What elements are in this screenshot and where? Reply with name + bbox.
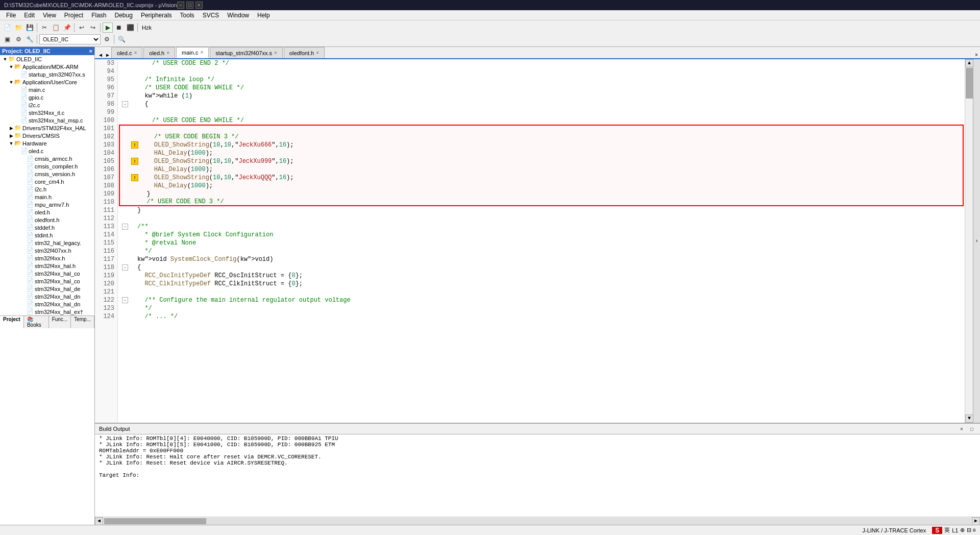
- code-line-115[interactable]: * @retval None: [118, 239, 965, 247]
- code-line-122[interactable]: − /** Configure the main internal regula…: [118, 296, 965, 304]
- tree-item-stm32f4xx-hal-de[interactable]: 📄stm32f4xx_hal_de: [0, 285, 94, 293]
- code-line-106[interactable]: HAL_Delay(1000);: [119, 165, 964, 174]
- menu-item-help[interactable]: Help: [253, 11, 274, 20]
- scroll-up-arrow[interactable]: ▲: [965, 59, 973, 67]
- new-button[interactable]: 📄: [2, 22, 12, 33]
- tb2-btn1[interactable]: ▣: [2, 34, 12, 44]
- collapse-button-98[interactable]: −: [122, 101, 128, 107]
- tab-oledfont-h[interactable]: oledfont.h×: [284, 47, 325, 58]
- tb2-btn3[interactable]: 🔧: [24, 34, 35, 44]
- code-line-119[interactable]: RCC_OscInitTypeDef RCC_OscInitStruct = {…: [118, 272, 965, 280]
- code-line-101[interactable]: [119, 125, 964, 133]
- tab-close-0[interactable]: ×: [134, 50, 137, 56]
- search-button[interactable]: 🔍: [116, 34, 127, 44]
- tree-item-stm32f407xx-h[interactable]: 📄stm32f407xx.h: [0, 247, 94, 254]
- sidebar-tab-project[interactable]: Project: [0, 316, 24, 328]
- sidebar-tab-func[interactable]: Func...: [49, 316, 71, 328]
- undo-button[interactable]: ↩: [77, 22, 87, 33]
- tree-item-stm32f4xx-h[interactable]: 📄stm32f4xx.h: [0, 254, 94, 262]
- tree-item-stm32f4xx-hal-msp-c[interactable]: 📄stm32f4xx_hal_msp.c: [0, 116, 94, 124]
- vertical-scrollbar[interactable]: ▲ ▼: [965, 59, 973, 423]
- code-line-99[interactable]: [118, 108, 965, 116]
- save-button[interactable]: 💾: [24, 22, 35, 33]
- right-panel-toggle[interactable]: ›: [973, 59, 980, 423]
- tree-item-i2c-h[interactable]: 📄i2c.h: [0, 185, 94, 193]
- tree-item-drivers-stm32f4xx-hal[interactable]: ▶📁Drivers/STM32F4xx_HAL: [0, 124, 94, 132]
- code-line-111[interactable]: }: [118, 206, 965, 214]
- code-line-109[interactable]: }: [119, 190, 964, 198]
- scroll-thumb[interactable]: [966, 68, 973, 99]
- code-line-100[interactable]: /* USER CODE END WHILE */: [118, 116, 965, 125]
- tab-oled-h[interactable]: oled.h×: [143, 47, 175, 58]
- tree-item-main-c[interactable]: 📄main.c: [0, 86, 94, 93]
- menu-item-view[interactable]: View: [39, 11, 60, 20]
- code-line-96[interactable]: /* USER CODE BEGIN WHILE */: [118, 84, 965, 92]
- collapse-button-113[interactable]: −: [122, 224, 128, 230]
- tree-item-oled-h[interactable]: 📄oled.h: [0, 208, 94, 216]
- tree-item-gpio-c[interactable]: 📄gpio.c: [0, 93, 94, 101]
- tab-oled-c[interactable]: oled.c×: [111, 47, 142, 58]
- cut-button[interactable]: ✂: [39, 22, 50, 33]
- close-button[interactable]: ×: [195, 2, 203, 9]
- code-line-105[interactable]: ! OLED_ShowString(10,10,"JeckXu999",16);: [119, 157, 964, 165]
- build-output-close-button[interactable]: ×: [958, 425, 966, 433]
- code-line-118[interactable]: −{: [118, 263, 965, 272]
- build-output-content[interactable]: * JLink Info: ROMTbl[0][4]: E0040000, CI…: [95, 434, 980, 517]
- tab-scroll-right[interactable]: ▶: [104, 52, 111, 58]
- tab-scroll-left[interactable]: ◀: [97, 52, 104, 58]
- code-line-113[interactable]: −/**: [118, 223, 965, 231]
- code-line-123[interactable]: */: [118, 304, 965, 312]
- tree-item-stm32f4xx-hal-dn[interactable]: 📄stm32f4xx_hal_dn: [0, 293, 94, 300]
- code-line-104[interactable]: HAL_Delay(1000);: [119, 149, 964, 157]
- h-scroll-track[interactable]: [104, 518, 971, 525]
- open-button[interactable]: 📁: [13, 22, 23, 33]
- code-line-97[interactable]: kw">while (1): [118, 92, 965, 100]
- collapse-button-122[interactable]: −: [122, 297, 128, 303]
- code-line-116[interactable]: */: [118, 247, 965, 255]
- collapse-button-118[interactable]: −: [122, 264, 128, 271]
- sidebar-tab-books[interactable]: 📚 Books: [24, 316, 49, 328]
- tree-item-main-h[interactable]: 📄main.h: [0, 193, 94, 201]
- tree-item-oled-iic[interactable]: ▼📁OLED_IIC: [0, 55, 94, 63]
- code-line-110[interactable]: /* USER CODE END 3 */: [119, 198, 964, 206]
- code-line-112[interactable]: [118, 214, 965, 223]
- tree-item-i2c-c[interactable]: 📄i2c.c: [0, 101, 94, 109]
- tree-item-cmsis-version-h[interactable]: 📄cmsis_version.h: [0, 170, 94, 178]
- tree-item-cmsis-armcc-h[interactable]: 📄cmsis_armcc.h: [0, 155, 94, 162]
- build-button[interactable]: ▶: [103, 22, 113, 33]
- tab-close-1[interactable]: ×: [166, 50, 169, 56]
- build-output-expand-button[interactable]: □: [968, 425, 976, 433]
- horizontal-scrollbar[interactable]: ◀ ▶: [95, 517, 980, 525]
- code-line-108[interactable]: HAL_Delay(1000);: [119, 182, 964, 190]
- tree-item-application-mdk-arm[interactable]: ▼📂Application/MDK-ARM: [0, 63, 94, 70]
- stop-button[interactable]: ⏹: [114, 22, 124, 33]
- menu-item-window[interactable]: Window: [223, 11, 253, 20]
- code-line-124[interactable]: /* ... */: [118, 312, 965, 321]
- menu-item-svcs[interactable]: SVCS: [199, 11, 224, 20]
- code-line-114[interactable]: * @brief System Clock Configuration: [118, 231, 965, 239]
- tree-item-mpu-armv7-h[interactable]: 📄mpu_armv7.h: [0, 201, 94, 208]
- tab-main-c[interactable]: main.c×: [176, 47, 209, 58]
- scroll-down-arrow[interactable]: ▼: [965, 415, 973, 423]
- close-all-tabs-button[interactable]: ×: [973, 53, 980, 58]
- sidebar-tab-temp[interactable]: Temp...: [71, 316, 94, 328]
- tree-item-stm32-hal-legacy-[interactable]: 📄stm32_hal_legacy.: [0, 239, 94, 247]
- tree-item-stm32f4xx-hal-h[interactable]: 📄stm32f4xx_hal.h: [0, 262, 94, 270]
- tree-item-drivers-cmsis[interactable]: ▶📁Drivers/CMSIS: [0, 132, 94, 139]
- code-line-107[interactable]: ! OLED_ShowString(10,10,"JeckXuQQQ",16);: [119, 174, 964, 182]
- tree-item-stdint-h[interactable]: 📄stdint.h: [0, 231, 94, 239]
- code-line-98[interactable]: − {: [118, 100, 965, 108]
- tree-item-oledfont-h[interactable]: 📄oledfont.h: [0, 216, 94, 224]
- tree-item-hardware[interactable]: ▼📂Hardware: [0, 139, 94, 147]
- tree-item-cmsis-compiler-h[interactable]: 📄cmsis_compiler.h: [0, 162, 94, 170]
- tree-item-startup-stm32f407xx-s[interactable]: 📄startup_stm32f407xx.s: [0, 70, 94, 78]
- code-line-117[interactable]: kw">void SystemClock_Config(kw">void): [118, 255, 965, 263]
- menu-item-flash[interactable]: Flash: [87, 11, 110, 20]
- debug-button[interactable]: ⬛: [125, 22, 135, 33]
- code-content[interactable]: /* USER CODE END 2 */ /* Infinite loop *…: [118, 59, 965, 423]
- tree-item-stm32f4xx-it-c[interactable]: 📄stm32f4xx_it.c: [0, 109, 94, 116]
- menu-item-project[interactable]: Project: [60, 11, 87, 20]
- tb2-btn2[interactable]: ⚙: [13, 34, 23, 44]
- code-line-93[interactable]: /* USER CODE END 2 */: [118, 59, 965, 67]
- code-line-102[interactable]: /* USER CODE BEGIN 3 */: [119, 133, 964, 141]
